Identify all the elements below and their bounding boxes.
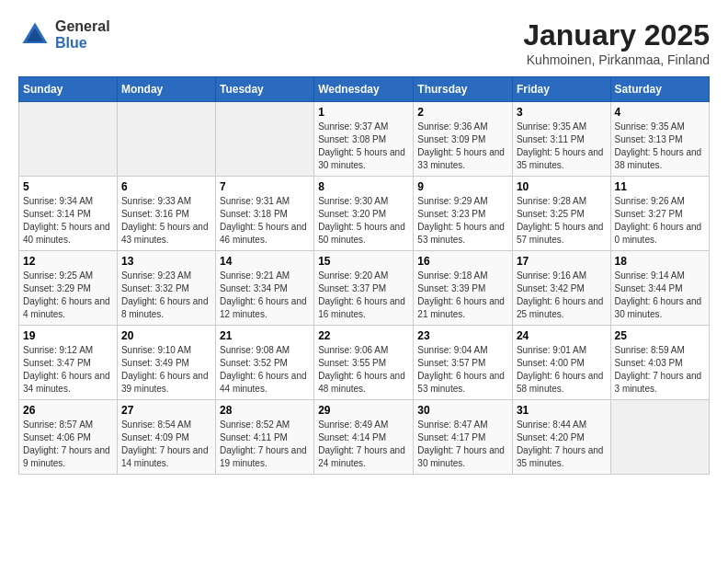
calendar-cell: 9Sunrise: 9:29 AM Sunset: 3:23 PM Daylig… (414, 177, 513, 251)
day-info: Sunrise: 9:29 AM Sunset: 3:23 PM Dayligh… (417, 195, 508, 247)
day-number: 16 (417, 255, 508, 268)
day-info: Sunrise: 9:30 AM Sunset: 3:20 PM Dayligh… (318, 195, 409, 247)
day-info: Sunrise: 9:37 AM Sunset: 3:08 PM Dayligh… (318, 121, 409, 172)
calendar-cell: 7Sunrise: 9:31 AM Sunset: 3:18 PM Daylig… (216, 177, 314, 251)
calendar-cell: 3Sunrise: 9:35 AM Sunset: 3:11 PM Daylig… (512, 102, 610, 177)
weekday-header-row: SundayMondayTuesdayWednesdayThursdayFrid… (19, 77, 710, 102)
calendar-cell: 26Sunrise: 8:57 AM Sunset: 4:06 PM Dayli… (19, 400, 118, 475)
calendar-cell: 24Sunrise: 9:01 AM Sunset: 4:00 PM Dayli… (512, 326, 610, 400)
day-info: Sunrise: 9:25 AM Sunset: 3:29 PM Dayligh… (23, 270, 113, 321)
day-number: 15 (318, 255, 409, 268)
day-info: Sunrise: 8:57 AM Sunset: 4:06 PM Dayligh… (23, 419, 113, 470)
weekday-header-tuesday: Tuesday (216, 77, 314, 102)
calendar-cell: 8Sunrise: 9:30 AM Sunset: 3:20 PM Daylig… (314, 177, 414, 251)
day-info: Sunrise: 9:34 AM Sunset: 3:14 PM Dayligh… (23, 195, 113, 247)
calendar-subtitle: Kuhmoinen, Pirkanmaa, Finland (523, 52, 710, 67)
calendar-week-row: 12Sunrise: 9:25 AM Sunset: 3:29 PM Dayli… (19, 251, 710, 326)
logo: General Blue (18, 18, 110, 52)
day-number: 4 (615, 106, 705, 119)
logo-blue-text: Blue (55, 35, 110, 52)
day-number: 6 (121, 180, 211, 193)
calendar-cell: 16Sunrise: 9:18 AM Sunset: 3:39 PM Dayli… (414, 251, 513, 326)
logo-general-text: General (55, 18, 110, 35)
day-info: Sunrise: 9:18 AM Sunset: 3:39 PM Dayligh… (417, 270, 508, 321)
day-info: Sunrise: 9:10 AM Sunset: 3:49 PM Dayligh… (121, 344, 211, 396)
day-number: 19 (23, 329, 113, 342)
day-info: Sunrise: 9:04 AM Sunset: 3:57 PM Dayligh… (417, 344, 508, 396)
day-number: 20 (121, 329, 211, 342)
day-number: 14 (220, 255, 310, 268)
weekday-header-thursday: Thursday (414, 77, 513, 102)
day-number: 12 (23, 255, 113, 268)
calendar-cell (19, 102, 118, 177)
calendar-cell: 29Sunrise: 8:49 AM Sunset: 4:14 PM Dayli… (314, 400, 414, 475)
day-number: 5 (23, 180, 113, 193)
weekday-header-monday: Monday (117, 77, 215, 102)
day-number: 1 (318, 106, 409, 119)
calendar-cell: 31Sunrise: 8:44 AM Sunset: 4:20 PM Dayli… (512, 400, 610, 475)
day-info: Sunrise: 9:26 AM Sunset: 3:27 PM Dayligh… (615, 195, 705, 247)
day-number: 30 (417, 404, 508, 417)
calendar-week-row: 19Sunrise: 9:12 AM Sunset: 3:47 PM Dayli… (19, 326, 710, 400)
day-info: Sunrise: 8:44 AM Sunset: 4:20 PM Dayligh… (517, 419, 607, 470)
weekday-header-friday: Friday (512, 77, 610, 102)
calendar-table: SundayMondayTuesdayWednesdayThursdayFrid… (18, 76, 710, 475)
calendar-week-row: 1Sunrise: 9:37 AM Sunset: 3:08 PM Daylig… (19, 102, 710, 177)
day-info: Sunrise: 8:49 AM Sunset: 4:14 PM Dayligh… (318, 419, 409, 470)
day-number: 3 (517, 106, 607, 119)
day-number: 22 (318, 329, 409, 342)
calendar-cell: 23Sunrise: 9:04 AM Sunset: 3:57 PM Dayli… (414, 326, 513, 400)
weekday-header-saturday: Saturday (610, 77, 709, 102)
calendar-cell: 21Sunrise: 9:08 AM Sunset: 3:52 PM Dayli… (216, 326, 314, 400)
day-info: Sunrise: 9:33 AM Sunset: 3:16 PM Dayligh… (121, 195, 211, 247)
calendar-cell: 15Sunrise: 9:20 AM Sunset: 3:37 PM Dayli… (314, 251, 414, 326)
day-info: Sunrise: 8:54 AM Sunset: 4:09 PM Dayligh… (121, 419, 211, 470)
day-info: Sunrise: 8:59 AM Sunset: 4:03 PM Dayligh… (615, 344, 705, 396)
calendar-week-row: 26Sunrise: 8:57 AM Sunset: 4:06 PM Dayli… (19, 400, 710, 475)
calendar-cell: 28Sunrise: 8:52 AM Sunset: 4:11 PM Dayli… (216, 400, 314, 475)
calendar-cell: 12Sunrise: 9:25 AM Sunset: 3:29 PM Dayli… (19, 251, 118, 326)
day-info: Sunrise: 9:31 AM Sunset: 3:18 PM Dayligh… (220, 195, 310, 247)
day-number: 23 (417, 329, 508, 342)
day-number: 21 (220, 329, 310, 342)
day-info: Sunrise: 9:01 AM Sunset: 4:00 PM Dayligh… (517, 344, 607, 396)
day-number: 10 (517, 180, 607, 193)
calendar-cell: 1Sunrise: 9:37 AM Sunset: 3:08 PM Daylig… (314, 102, 414, 177)
day-number: 8 (318, 180, 409, 193)
calendar-week-row: 5Sunrise: 9:34 AM Sunset: 3:14 PM Daylig… (19, 177, 710, 251)
day-info: Sunrise: 9:35 AM Sunset: 3:11 PM Dayligh… (517, 121, 607, 172)
day-info: Sunrise: 9:36 AM Sunset: 3:09 PM Dayligh… (417, 121, 508, 172)
title-area: January 2025 Kuhmoinen, Pirkanmaa, Finla… (523, 18, 710, 67)
day-number: 9 (417, 180, 508, 193)
day-number: 7 (220, 180, 310, 193)
page-header: General Blue January 2025 Kuhmoinen, Pir… (18, 18, 710, 67)
day-number: 28 (220, 404, 310, 417)
day-number: 26 (23, 404, 113, 417)
weekday-header-wednesday: Wednesday (314, 77, 414, 102)
calendar-cell: 14Sunrise: 9:21 AM Sunset: 3:34 PM Dayli… (216, 251, 314, 326)
calendar-cell (610, 400, 709, 475)
day-info: Sunrise: 8:52 AM Sunset: 4:11 PM Dayligh… (220, 419, 310, 470)
calendar-cell: 4Sunrise: 9:35 AM Sunset: 3:13 PM Daylig… (610, 102, 709, 177)
day-info: Sunrise: 9:23 AM Sunset: 3:32 PM Dayligh… (121, 270, 211, 321)
weekday-header-sunday: Sunday (19, 77, 118, 102)
calendar-cell: 19Sunrise: 9:12 AM Sunset: 3:47 PM Dayli… (19, 326, 118, 400)
day-info: Sunrise: 9:20 AM Sunset: 3:37 PM Dayligh… (318, 270, 409, 321)
day-info: Sunrise: 8:47 AM Sunset: 4:17 PM Dayligh… (417, 419, 508, 470)
day-number: 18 (615, 255, 705, 268)
day-number: 25 (615, 329, 705, 342)
calendar-cell (216, 102, 314, 177)
calendar-cell: 10Sunrise: 9:28 AM Sunset: 3:25 PM Dayli… (512, 177, 610, 251)
day-number: 2 (417, 106, 508, 119)
calendar-cell: 20Sunrise: 9:10 AM Sunset: 3:49 PM Dayli… (117, 326, 215, 400)
calendar-cell: 5Sunrise: 9:34 AM Sunset: 3:14 PM Daylig… (19, 177, 118, 251)
calendar-cell: 2Sunrise: 9:36 AM Sunset: 3:09 PM Daylig… (414, 102, 513, 177)
calendar-cell: 6Sunrise: 9:33 AM Sunset: 3:16 PM Daylig… (117, 177, 215, 251)
day-info: Sunrise: 9:35 AM Sunset: 3:13 PM Dayligh… (615, 121, 705, 172)
calendar-cell: 22Sunrise: 9:06 AM Sunset: 3:55 PM Dayli… (314, 326, 414, 400)
day-info: Sunrise: 9:08 AM Sunset: 3:52 PM Dayligh… (220, 344, 310, 396)
calendar-cell: 25Sunrise: 8:59 AM Sunset: 4:03 PM Dayli… (610, 326, 709, 400)
day-info: Sunrise: 9:14 AM Sunset: 3:44 PM Dayligh… (615, 270, 705, 321)
calendar-cell: 30Sunrise: 8:47 AM Sunset: 4:17 PM Dayli… (414, 400, 513, 475)
day-number: 11 (615, 180, 705, 193)
